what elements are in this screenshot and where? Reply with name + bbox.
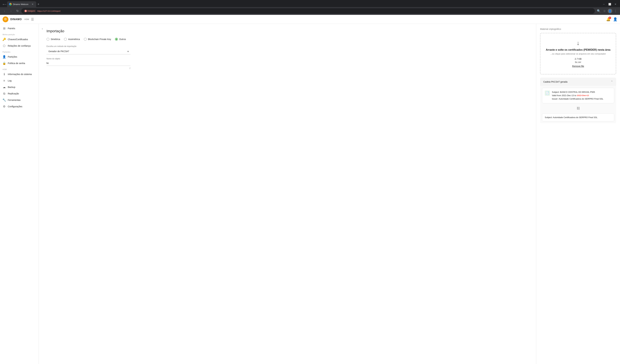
bookmark-icon-button[interactable]: ☆: [602, 8, 607, 14]
sidebar-label-politica: Política de senha: [8, 62, 25, 64]
tab-title: Dinamo Webcon: [13, 3, 29, 5]
cert-info-1: Subject: BANCO CENTRAL DO BRASIL P505 Va…: [552, 91, 603, 101]
topbar-right: 🔔 1 👤: [606, 17, 618, 21]
import-method-select-wrapper: Gerador de PKCS#7 ▼: [46, 48, 130, 54]
sidebar-item-politica[interactable]: 🔒 Política de senha: [0, 60, 39, 66]
cert1-valid-from: Valid from 2021-Dec-13 to: [552, 94, 576, 97]
app-name: DINAMO: [10, 18, 22, 21]
radio-blockchain[interactable]: Blockchain Private Key: [84, 38, 111, 41]
import-type-radio-group: Simétrica Assimétrica Blockchain Private…: [46, 38, 178, 41]
drop-title: Arraste e solte os certificados (PEM/DER…: [544, 48, 612, 51]
browser-chrome: ⟵ Dinamo Webcon ✕ + ─ ⬜ ✕ ‹ › ↻ ! Insegu…: [0, 0, 620, 15]
radio-circle-blockchain: [84, 38, 87, 41]
tab-bar: ⟵ Dinamo Webcon ✕ + ─ ⬜ ✕: [0, 0, 620, 7]
app-sub: HSM: [24, 18, 29, 20]
configuracoes-icon: ⚙: [2, 105, 6, 108]
hamburger-menu-button[interactable]: ☰: [31, 17, 34, 21]
minimize-button[interactable]: ─: [601, 2, 606, 7]
object-name-wrapper: Nome do objeto: [46, 58, 130, 66]
panel-title: Material criptográfico: [540, 28, 616, 30]
main-content: Importação Simétrica Assimétrica: [39, 24, 536, 364]
politica-icon: 🔒: [2, 62, 6, 65]
pkcs7-section: Cadeia PKCS#7 gerada ⌃ 📄 Subject: BANCO …: [540, 78, 616, 123]
form-section: Escolha um método de importação Gerador …: [46, 45, 130, 69]
restore-button[interactable]: ⬜: [607, 2, 612, 7]
sidebar-label-informacoes: Informações do sistema: [8, 73, 32, 76]
insecure-icon: !: [25, 10, 27, 12]
file-size: 2.7 KB: [544, 58, 612, 60]
radio-outros[interactable]: Outros: [115, 38, 126, 41]
radio-circle-assimetrica: [64, 38, 67, 41]
browser-tab[interactable]: Dinamo Webcon ✕: [7, 1, 36, 7]
sidebar-item-informacoes[interactable]: ℹ Informações do sistema: [0, 71, 39, 77]
remove-file-button[interactable]: Remove file: [572, 65, 584, 67]
char-count: 2: [46, 67, 130, 69]
tab-favicon: [9, 3, 12, 5]
cert2-subject: Subject: Autoridade Certificadora do SER…: [545, 116, 611, 119]
pkcs7-header[interactable]: Cadeia PKCS#7 gerada ⌃: [540, 78, 616, 86]
cert1-subject: Subject: BANCO CENTRAL DO BRASIL P505: [552, 91, 603, 94]
user-account-button[interactable]: 👤: [613, 17, 618, 21]
file-name: bc.cer: [544, 61, 612, 63]
cert1-issuer: Issuer: Autoridade Certificadora do SERP…: [552, 97, 603, 101]
radio-circle-simetrica: [46, 38, 49, 41]
sidebar-item-configuracoes[interactable]: ⚙ Configurações: [0, 103, 39, 110]
particoes-icon: 👤: [2, 55, 6, 58]
profile-icon[interactable]: 👤: [608, 9, 612, 13]
sidebar-label-relacoes: Relações de confiança: [8, 45, 31, 47]
notification-button[interactable]: 🔔 1: [606, 17, 610, 21]
new-tab-button[interactable]: +: [36, 2, 41, 7]
reload-button[interactable]: ↻: [15, 8, 20, 14]
back-nav-icon: ⟵: [2, 2, 7, 7]
cert1-valid-to: 2022-Dec-13: [577, 94, 589, 97]
radio-label-blockchain: Blockchain Private Key: [88, 38, 111, 41]
ferramentas-icon: 🔧: [2, 98, 6, 102]
app-topbar: D DINAMO HSM ☰ 🔔 1 👤: [0, 15, 620, 24]
sidebar-label-log: Log: [8, 79, 12, 82]
address-bar[interactable]: ! Inseguro https://127.0.0.1/#/import: [21, 8, 595, 14]
informacoes-icon: ℹ: [2, 73, 6, 76]
backup-icon: ☁: [2, 86, 6, 89]
import-method-label: Escolha um método de importação: [46, 45, 130, 47]
forward-button[interactable]: ›: [8, 8, 14, 14]
sidebar-item-replicacao[interactable]: ⧉ Replicação: [0, 90, 39, 97]
pkcs7-title: Cadeia PKCS#7 gerada: [543, 80, 567, 83]
download-icon: ↓: [544, 40, 612, 46]
app-logo: D DINAMO HSM: [2, 16, 29, 22]
sidebar-item-particoes[interactable]: 👤 Partições: [0, 54, 39, 60]
sidebar-item-ferramentas[interactable]: 🔧 Ferramentas: [0, 97, 39, 103]
close-window-button[interactable]: ✕: [613, 2, 618, 7]
back-button[interactable]: ‹: [2, 8, 7, 14]
sidebar-item-backup[interactable]: ☁ Backup: [0, 84, 39, 90]
object-name-label: Nome do objeto: [46, 58, 130, 60]
sidebar-section-particoes: Partições: [0, 49, 39, 54]
tab-close-button[interactable]: ✕: [31, 2, 34, 6]
drop-zone[interactable]: ↓ Arraste e solte os certificados (PEM/D…: [540, 33, 616, 74]
sidebar-item-chaves[interactable]: 🔑 Chaves/Certificados: [0, 36, 39, 43]
sidebar-item-paineis[interactable]: ⊞ Painéis: [0, 25, 39, 32]
radio-label-assimetrica: Assimétrica: [68, 38, 80, 41]
right-panel: Material criptográfico ↓ Arraste e solte…: [536, 24, 620, 364]
sidebar-label-particoes: Partições: [8, 56, 17, 58]
cert-card-1: 📄 Subject: BANCO CENTRAL DO BRASIL P505 …: [542, 88, 614, 103]
radio-assimetrica[interactable]: Assimétrica: [64, 38, 80, 41]
sidebar-label-chaves: Chaves/Certificados: [8, 38, 28, 41]
radio-simetrica[interactable]: Simétrica: [46, 38, 60, 41]
radio-label-simetrica: Simétrica: [51, 38, 60, 41]
sidebar-label-replicacao: Replicação: [8, 92, 19, 95]
sidebar-item-log[interactable]: ≡ Log: [0, 77, 39, 84]
log-icon: ≡: [2, 79, 6, 82]
radio-label-outros: Outros: [119, 38, 126, 41]
import-method-select[interactable]: Gerador de PKCS#7: [46, 48, 130, 54]
sidebar-section-minha-particao: Minha partição: [0, 32, 39, 36]
address-text: https://127.0.0.1/#/import: [37, 10, 61, 12]
menu-dots-button[interactable]: ⋮: [613, 8, 618, 14]
sidebar: ⊞ Painéis Minha partição 🔑 Chaves/Certif…: [0, 24, 39, 364]
object-name-input[interactable]: [46, 61, 130, 66]
paineis-icon: ⊞: [2, 27, 6, 30]
search-icon-button[interactable]: 🔍: [596, 8, 601, 14]
sidebar-label-backup: Backup: [8, 86, 15, 89]
logo-letter: D: [4, 18, 7, 21]
sidebar-item-relacoes[interactable]: ⬡ Relações de confiança: [0, 43, 39, 49]
sidebar-label-ferramentas: Ferramentas: [8, 99, 20, 101]
